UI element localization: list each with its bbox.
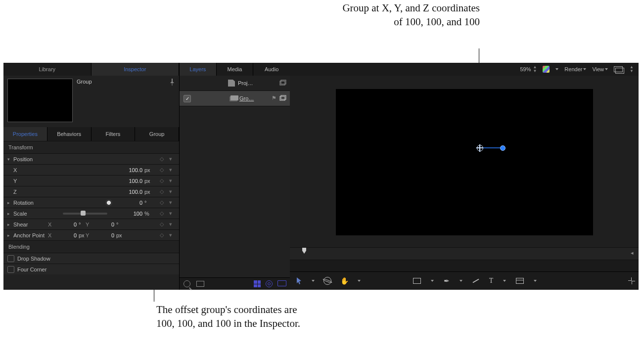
tab-library[interactable]: Library — [3, 63, 92, 76]
pan-tool-icon[interactable]: ✋ — [340, 277, 349, 285]
keyframe-position-z[interactable]: ◇ — [157, 188, 166, 195]
anchor-point-gizmo[interactable] — [477, 145, 483, 151]
menu-shear[interactable]: ▾ — [166, 221, 175, 227]
param-shear-y-value[interactable]: 0 — [94, 222, 114, 227]
param-anchor-x-unit: px — [79, 232, 86, 238]
tab-inspector[interactable]: Inspector — [92, 63, 180, 76]
checkbox-drop-shadow[interactable] — [7, 255, 14, 262]
param-shear-y-unit: ° — [116, 222, 123, 227]
subtab-group[interactable]: Group — [135, 127, 179, 141]
subtab-properties[interactable]: Properties — [3, 127, 47, 141]
menu-position[interactable]: ▾ — [166, 156, 175, 162]
keyframe-position[interactable]: ◇ — [157, 156, 166, 162]
checkbox-four-corner[interactable] — [7, 266, 14, 273]
keyframe-position-y[interactable]: ◇ — [157, 178, 166, 184]
flag-icon[interactable]: ⚑ — [272, 95, 276, 102]
keyframe-anchor[interactable]: ◇ — [157, 232, 166, 238]
rotation-dial[interactable] — [105, 199, 112, 206]
inspector-preview-thumbnail — [7, 79, 73, 122]
disclosure-rotation[interactable]: ▸ — [7, 200, 13, 205]
tab-audio[interactable]: Audio — [253, 63, 290, 76]
param-position-x-value[interactable]: 100.0 — [115, 167, 142, 173]
param-scale-value[interactable]: 100 — [115, 211, 142, 217]
disclosure-scale[interactable]: ▸ — [7, 211, 13, 216]
keyframe-shear[interactable]: ◇ — [157, 221, 166, 227]
new-layer-icon-2[interactable] — [279, 95, 286, 102]
zoom-control[interactable]: 59% ▲▼ — [520, 65, 537, 73]
shape-tool-menu[interactable] — [431, 280, 434, 282]
zoom-value: 59% — [520, 66, 531, 72]
mask-tool-menu[interactable] — [534, 280, 537, 282]
layer-row-group[interactable]: ✓ Gro… ⚑ — [180, 91, 290, 106]
paint-tool-icon[interactable] — [472, 279, 479, 283]
stepper-icon: ▲▼ — [533, 65, 537, 73]
gear-icon[interactable] — [266, 280, 273, 287]
layer-enable-checkbox[interactable]: ✓ — [184, 95, 191, 102]
text-tool-menu[interactable] — [503, 280, 506, 282]
keyframe-scale[interactable]: ◇ — [157, 210, 166, 217]
orbit-tool-icon[interactable] — [323, 277, 331, 285]
frame-icon[interactable] — [196, 281, 204, 287]
subtab-filters[interactable]: Filters — [92, 127, 136, 141]
disclosure-shear[interactable]: ▸ — [7, 222, 13, 227]
timeline-out-marker-icon[interactable]: ◂ — [631, 250, 634, 256]
param-position-z-value[interactable]: 100.0 — [115, 189, 142, 195]
canvas-viewer[interactable] — [290, 76, 639, 248]
menu-anchor[interactable]: ▾ — [166, 232, 175, 238]
param-position-y-value[interactable]: 100.0 — [115, 178, 142, 184]
view-label: View — [592, 66, 604, 72]
menu-scale[interactable]: ▾ — [166, 210, 175, 217]
param-position-z-label: Z — [13, 189, 63, 195]
text-tool-icon[interactable]: T — [489, 277, 494, 285]
keyframe-rotation[interactable]: ◇ — [157, 199, 166, 206]
layer-row-project[interactable]: Proj… — [180, 76, 290, 91]
select-tool-icon[interactable] — [297, 277, 303, 284]
pen-tool-icon[interactable]: ✒ — [444, 277, 450, 285]
transform-handle-end[interactable] — [500, 145, 506, 151]
tab-media[interactable]: Media — [217, 63, 254, 76]
menu-position-z[interactable]: ▾ — [166, 188, 175, 195]
menu-position-x[interactable]: ▾ — [166, 167, 175, 173]
param-shear-y-label: Y — [86, 222, 94, 227]
color-channels-menu-icon[interactable] — [555, 68, 558, 70]
param-four-corner-label: Four Corner — [17, 267, 67, 272]
pin-icon[interactable] — [169, 79, 175, 87]
mini-timeline[interactable]: ◂ — [290, 247, 639, 260]
keyframe-position-x[interactable]: ◇ — [157, 167, 166, 173]
param-position-x-unit: px — [144, 167, 157, 173]
checker-icon[interactable] — [254, 280, 261, 287]
canvas-toolbar: ✋ ✒ T — [290, 271, 639, 290]
menu-position-y[interactable]: ▾ — [166, 178, 175, 184]
view-menu[interactable]: View — [592, 66, 608, 72]
new-layer-icon[interactable] — [279, 80, 286, 87]
param-drop-shadow-label: Drop Shadow — [17, 256, 67, 262]
display-icon[interactable] — [277, 280, 286, 286]
param-anchor-x-value[interactable]: 0 — [57, 232, 77, 238]
canvas-frame — [336, 89, 593, 235]
disclosure-position[interactable]: ▾ — [7, 157, 13, 162]
search-icon[interactable] — [184, 280, 190, 287]
pen-tool-menu[interactable] — [460, 280, 462, 282]
param-rotation-label: Rotation — [13, 200, 63, 206]
layout-icon[interactable] — [614, 66, 623, 72]
disclosure-anchor[interactable]: ▸ — [7, 233, 13, 238]
color-channels-icon[interactable] — [543, 66, 550, 73]
param-shear-label: Shear — [13, 222, 48, 227]
timeline-strip[interactable] — [290, 260, 639, 272]
param-position-y-label: Y — [13, 178, 63, 184]
param-rotation-value[interactable]: 0 — [115, 200, 142, 206]
subtab-behaviors[interactable]: Behaviors — [47, 127, 92, 141]
transform-handle-line[interactable] — [483, 147, 500, 148]
mask-tool-icon[interactable] — [516, 278, 524, 284]
tab-layers[interactable]: Layers — [180, 63, 217, 76]
param-shear-x-value[interactable]: 0 — [57, 222, 77, 227]
scale-slider[interactable] — [63, 213, 107, 215]
rectangle-tool-icon[interactable] — [413, 278, 421, 284]
inspector-column: Library Inspector Group Properties Behav… — [3, 63, 179, 290]
param-anchor-y-value[interactable]: 0 — [94, 232, 114, 238]
pan-tool-menu[interactable] — [358, 280, 361, 282]
playhead-icon[interactable] — [302, 248, 307, 256]
render-menu[interactable]: Render — [564, 66, 586, 72]
menu-rotation[interactable]: ▾ — [166, 199, 175, 206]
select-tool-menu[interactable] — [312, 280, 315, 282]
